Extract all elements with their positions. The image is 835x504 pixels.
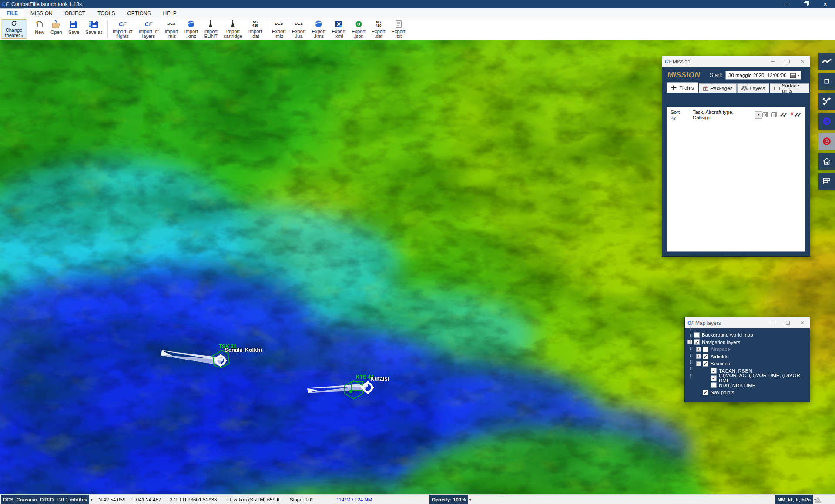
new-button[interactable]: New (32, 18, 47, 40)
import-cf-flights-button[interactable]: CF Import .cfflights (110, 18, 136, 40)
expand-expander[interactable]: + (696, 347, 701, 352)
tree-item-navigation-layers[interactable]: − Navigation layers (687, 339, 807, 346)
import-cartridge-button[interactable]: Importcartridge (221, 18, 245, 40)
check-all-icon[interactable]: ✓✓ (780, 112, 788, 118)
chevron-down-icon[interactable]: ▾ (91, 498, 92, 502)
change-theater-button[interactable]: Change theater ▾ (1, 19, 27, 39)
mission-start-datetime-field[interactable]: 30 maggio 2020, 12:00:00 ▾ (725, 71, 801, 80)
tree-item-airspace[interactable]: + Airspace (687, 346, 807, 353)
import-kmz-button[interactable]: Import.kmz (181, 18, 201, 40)
chevron-down-icon[interactable]: ▾ (798, 73, 799, 77)
cursor-latitude: N 42 54.059 (98, 495, 126, 504)
import-dat-button[interactable]: NS430 Import.dat (245, 18, 265, 40)
menu-help[interactable]: HELP (157, 9, 183, 18)
checkbox[interactable] (711, 382, 717, 388)
red-target-icon (822, 137, 831, 146)
export-json-button[interactable]: Export.json (349, 18, 369, 40)
import-cf-layers-button[interactable]: CF Import .cflayers (136, 18, 162, 40)
dcs-icon: DCS (168, 20, 176, 27)
checkbox[interactable] (711, 368, 717, 374)
export-xml-button[interactable]: Export.xml (329, 18, 349, 40)
maximize-button[interactable] (780, 56, 795, 67)
tree-item-beacons[interactable]: − Beacons (687, 360, 807, 367)
change-theater-icon (11, 20, 17, 27)
tree-item-airfields[interactable]: + Airfields (687, 353, 807, 360)
ns430-icon: NS430 (376, 20, 381, 28)
tab-flights[interactable]: Flights (667, 82, 698, 93)
opacity-selector[interactable]: Opacity: 100% (429, 495, 468, 504)
app-logo-icon: CF (2, 1, 9, 7)
kutaisi-runway-feather (307, 384, 368, 393)
fan-icon (822, 96, 832, 107)
checkbox[interactable] (703, 361, 708, 367)
export-txt-button[interactable]: Export.txt (389, 18, 409, 40)
ns430-icon: NS430 (252, 20, 258, 28)
minimize-button[interactable] (765, 317, 780, 328)
export-kmz-button[interactable]: Export.kmz (309, 18, 329, 40)
tab-packages[interactable]: Packages (699, 83, 737, 93)
sort-by-label: Sort by: (671, 110, 687, 120)
collapse-expander[interactable]: − (696, 361, 701, 366)
export-lua-button[interactable]: DCS Export.lua (289, 18, 309, 40)
close-icon[interactable]: ✕ (795, 317, 810, 328)
expand-all-icon[interactable] (762, 112, 768, 118)
shape-tool-button[interactable] (818, 73, 835, 90)
sort-dropdown-button[interactable]: ▾ (755, 111, 762, 119)
cf-icon: CF (687, 320, 694, 326)
close-icon[interactable]: ✕ (795, 56, 810, 67)
tree-item-vortac[interactable]: (D)VORTAC, (D)VOR-DME, (D)VOR, DME (687, 374, 807, 382)
expand-expander[interactable]: + (696, 354, 701, 359)
menu-tools[interactable]: TOOLS (91, 9, 121, 18)
calendar-icon[interactable] (790, 73, 796, 78)
minimize-button[interactable] (776, 0, 796, 8)
units-selector[interactable]: NM, kt, ft, hPa (775, 495, 813, 504)
map-layers-tree: Background world map − Navigation layers… (685, 328, 810, 399)
mission-window-title: Mission (673, 59, 691, 65)
tab-layers[interactable]: Layers (737, 83, 769, 93)
close-button[interactable]: ✕ (815, 0, 835, 8)
chevron-down-icon[interactable]: ▾ (469, 498, 471, 502)
antenna-icon (230, 20, 236, 28)
export-miz-button[interactable]: DCS Export.miz (269, 18, 289, 40)
save-as-button[interactable]: Save as (82, 18, 106, 40)
maximize-button[interactable] (780, 317, 795, 328)
export-dat-button[interactable]: NS430 Export.dat (369, 18, 389, 40)
checkbox[interactable] (694, 332, 700, 338)
warning-icon[interactable] (815, 495, 822, 504)
open-button[interactable]: Open (47, 18, 65, 40)
tree-item-background-world-map[interactable]: Background world map (687, 331, 807, 339)
checkbox[interactable] (703, 354, 708, 359)
mission-window-titlebar[interactable]: CF Mission ✕ (662, 56, 810, 67)
tab-surface-units[interactable]: Surface units (770, 83, 809, 93)
map-layers-window-titlebar[interactable]: CF Map layers ✕ (685, 317, 810, 328)
menu-options[interactable]: OPTIONS (121, 9, 157, 18)
blue-target-icon (822, 117, 831, 126)
red-ring-tool-button[interactable] (818, 133, 835, 150)
home-button[interactable] (818, 153, 835, 170)
minimize-button[interactable] (765, 56, 780, 67)
restore-button[interactable] (796, 0, 815, 8)
tree-item-ndb[interactable]: NDB, NDB-DME (687, 382, 807, 389)
menu-object[interactable]: OBJECT (59, 9, 91, 18)
menu-mission[interactable]: MISSION (24, 9, 59, 18)
open-folder-icon (51, 20, 61, 29)
tree-item-nav-points[interactable]: Nav points (687, 389, 807, 396)
save-button[interactable]: Save (65, 18, 82, 40)
route-tool-button[interactable] (818, 53, 835, 70)
checkbox[interactable] (703, 347, 708, 352)
cf-icon: CF (665, 59, 672, 65)
checkbox[interactable] (694, 339, 700, 345)
blue-ring-tool-button[interactable] (818, 113, 835, 130)
collapse-all-icon[interactable] (771, 112, 777, 118)
mission-window: CF Mission ✕ MISSION Start: 30 maggio 20… (662, 56, 810, 257)
checkbox[interactable] (711, 375, 717, 381)
checkbox[interactable] (703, 390, 708, 395)
import-elint-button[interactable]: ImportELINT (201, 18, 221, 40)
briefing-button[interactable] (818, 173, 835, 190)
threat-fan-tool-button[interactable] (818, 93, 835, 110)
import-miz-button[interactable]: DCS Import.miz (161, 18, 181, 40)
tileset-selector[interactable]: DCS_Causaso_DTED_LVL1.mbtiles (1, 495, 89, 504)
menu-file[interactable]: FILE (0, 8, 24, 18)
uncheck-all-icon[interactable]: ✗✓✓ (791, 112, 801, 118)
flights-list[interactable]: Sort by: Task, Aircraft type, Callsign ▾… (667, 107, 805, 252)
